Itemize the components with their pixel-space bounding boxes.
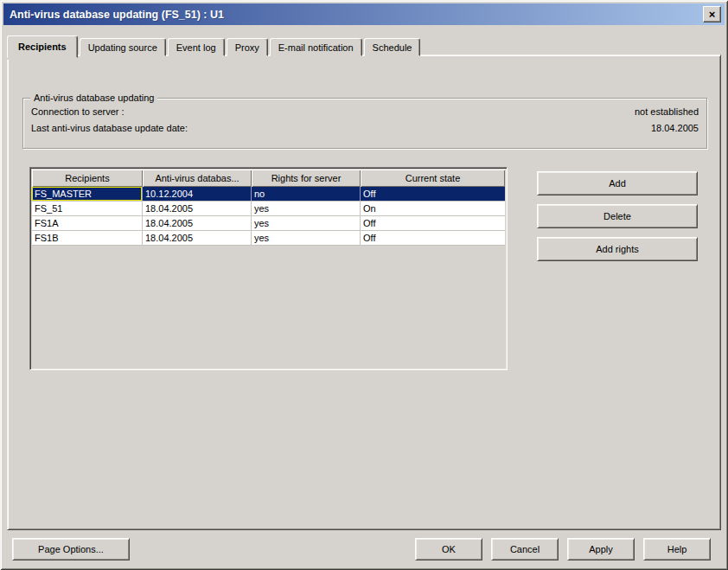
column-header-label: Rights for server: [271, 173, 342, 183]
tab-schedule[interactable]: Schedule: [364, 38, 421, 56]
tab-label: Updating source: [88, 42, 157, 53]
table-cell[interactable]: Off: [361, 187, 505, 201]
tab-label: Event log: [176, 42, 216, 53]
connection-status-label: Connection to server :: [31, 106, 125, 118]
column-header-current-state[interactable]: Current state: [361, 170, 505, 187]
column-header-recipients[interactable]: Recipients: [32, 170, 143, 187]
close-button[interactable]: ×: [703, 6, 721, 22]
dialog-window: Anti-virus database updating (FS_51) : U…: [0, 0, 728, 570]
tab-label: Recipients: [18, 42, 67, 52]
window-title: Anti-virus database updating (FS_51) : U…: [3, 9, 224, 21]
table-cell[interactable]: 10.12.2004: [143, 187, 252, 201]
table-cell[interactable]: Off: [361, 216, 505, 230]
tab-updating-source[interactable]: Updating source: [80, 38, 166, 56]
tab-label: Proxy: [235, 42, 259, 53]
tab-label: Schedule: [373, 42, 412, 53]
help-button[interactable]: Help: [643, 538, 711, 560]
table-cell[interactable]: Off: [361, 231, 505, 245]
table-cell[interactable]: yes: [252, 216, 361, 230]
table-cell[interactable]: FS1B: [32, 231, 143, 245]
cancel-button[interactable]: Cancel: [491, 538, 559, 560]
tab-strip: Recipients Updating source Event log Pro…: [7, 35, 422, 56]
add-rights-button-label: Add rights: [596, 244, 639, 254]
last-update-value: 18.04.2005: [651, 122, 699, 134]
table-row[interactable]: FS_51 18.04.2005 yes On: [32, 202, 505, 216]
apply-button-label: Apply: [589, 544, 613, 554]
table-cell[interactable]: FS_51: [32, 202, 143, 215]
tab-email-notification[interactable]: E-mail notification: [270, 38, 362, 56]
recipients-table: Recipients Anti-virus databas... Rights …: [29, 167, 508, 370]
ok-button[interactable]: OK: [415, 538, 482, 560]
update-status-groupbox: Anti-virus database updating Connection …: [22, 98, 707, 149]
tab-proxy[interactable]: Proxy: [227, 38, 268, 56]
ok-button-label: OK: [442, 544, 456, 554]
table-row[interactable]: FS1A 18.04.2005 yes Off: [32, 216, 505, 231]
column-header-rights-for-server[interactable]: Rights for server: [252, 170, 361, 187]
page-options-button[interactable]: Page Options...: [12, 538, 130, 560]
table-cell[interactable]: no: [252, 187, 361, 201]
tab-recipients[interactable]: Recipients: [7, 35, 78, 58]
last-update-label: Last anti-virus database update date:: [31, 122, 188, 134]
table-cell[interactable]: yes: [252, 202, 361, 215]
tab-page-recipients: Anti-virus database updating Connection …: [7, 54, 721, 530]
column-header-label: Recipients: [65, 173, 109, 183]
table-row[interactable]: FS_MASTER 10.12.2004 no Off: [32, 187, 505, 202]
delete-button[interactable]: Delete: [537, 204, 698, 228]
cancel-button-label: Cancel: [510, 544, 540, 554]
table-cell[interactable]: On: [361, 202, 505, 215]
column-header-label: Anti-virus databas...: [155, 173, 239, 183]
connection-status-row: Connection to server : not established: [23, 106, 706, 118]
table-cell[interactable]: 18.04.2005: [143, 231, 252, 245]
table-cell[interactable]: 18.04.2005: [143, 202, 252, 215]
connection-status-value: not established: [635, 106, 699, 118]
tab-event-log[interactable]: Event log: [168, 38, 225, 56]
add-button-label: Add: [609, 178, 626, 189]
table-row[interactable]: FS1B 18.04.2005 yes Off: [32, 231, 505, 246]
page-options-button-label: Page Options...: [38, 544, 104, 554]
add-rights-button[interactable]: Add rights: [537, 237, 698, 261]
groupbox-title: Anti-virus database updating: [30, 93, 157, 103]
table-cell[interactable]: 18.04.2005: [143, 216, 252, 230]
title-bar: Anti-virus database updating (FS_51) : U…: [3, 3, 725, 25]
delete-button-label: Delete: [603, 211, 631, 221]
column-header-antivirus-database[interactable]: Anti-virus databas...: [143, 170, 252, 187]
table-cell[interactable]: FS1A: [32, 216, 143, 230]
last-update-row: Last anti-virus database update date: 18…: [23, 122, 706, 134]
tab-label: E-mail notification: [278, 42, 354, 53]
table-header: Recipients Anti-virus databas... Rights …: [32, 170, 505, 187]
close-icon: ×: [709, 9, 716, 20]
table-cell[interactable]: FS_MASTER: [32, 187, 143, 201]
table-cell[interactable]: yes: [252, 231, 361, 245]
column-header-label: Current state: [406, 173, 461, 183]
add-button[interactable]: Add: [537, 171, 698, 195]
apply-button[interactable]: Apply: [567, 538, 635, 560]
help-button-label: Help: [667, 544, 687, 554]
